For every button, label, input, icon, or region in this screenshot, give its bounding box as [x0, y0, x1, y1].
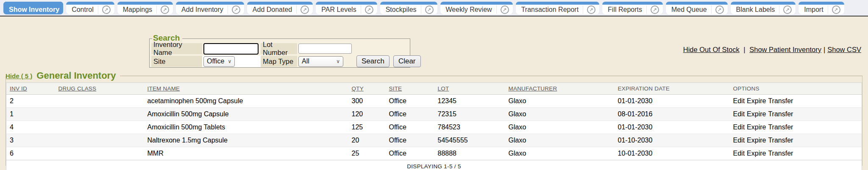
- cell-options: EditExpireTransfer: [730, 121, 862, 134]
- external-link-icon[interactable]: ↗: [228, 5, 240, 14]
- tab-label: Transaction Report: [521, 6, 579, 14]
- hide-out-of-stock-link[interactable]: Hide Out Of Stock: [683, 46, 740, 53]
- tab-blank-labels[interactable]: Blank Labels ↗: [731, 2, 796, 14]
- tab-label: Add Donated: [253, 6, 292, 14]
- tab-body: Add Inventory ↗: [176, 5, 244, 14]
- external-link-icon[interactable]: ↗: [156, 5, 169, 14]
- map-type-cell: All ∨: [297, 56, 354, 67]
- table-row: 1 Amoxicillin 500mg Capsule 120 Office 7…: [6, 108, 862, 121]
- cell-item-name: acetaminophen 500mg Capsule: [144, 95, 348, 108]
- tab-import[interactable]: Import ↗: [798, 2, 844, 14]
- cell-qty: 25: [348, 147, 386, 160]
- external-link-icon[interactable]: ↗: [496, 5, 509, 14]
- transfer-link[interactable]: Transfer: [768, 150, 793, 157]
- map-type-select[interactable]: All ∨: [298, 56, 343, 67]
- edit-link[interactable]: Edit: [733, 150, 745, 157]
- cell-site: Office: [386, 121, 434, 134]
- search-button[interactable]: Search: [356, 55, 389, 67]
- transfer-link[interactable]: Transfer: [768, 97, 793, 104]
- tab-med-queue[interactable]: Med Queue ↗: [666, 2, 728, 14]
- edit-link[interactable]: Edit: [733, 123, 745, 131]
- tab-mappings[interactable]: Mappings ↗: [117, 2, 173, 14]
- external-link-icon[interactable]: ↗: [98, 5, 111, 14]
- cell-drug-class: [55, 121, 144, 134]
- site-select[interactable]: Office ∨: [203, 56, 235, 67]
- lot-number-cell: [297, 43, 354, 54]
- transfer-link[interactable]: Transfer: [768, 110, 793, 118]
- tab-body: Fill Reports ↗: [602, 5, 663, 14]
- cell-options: EditExpireTransfer: [730, 147, 862, 160]
- tab-body: Show Inventory: [3, 5, 63, 14]
- cell-expiration-date: 01-01-2030: [615, 121, 730, 134]
- cell-expiration-date: 01-10-2030: [615, 134, 730, 147]
- cell-site: Office: [386, 108, 434, 121]
- lot-number-input[interactable]: [298, 44, 352, 54]
- edit-link[interactable]: Edit: [733, 137, 745, 144]
- tab-control[interactable]: Control ↗: [66, 2, 114, 14]
- column-header-drug-class[interactable]: DRUG CLASS: [55, 83, 144, 95]
- table-row: 3 Naltrexone 1.5mg Capsule 20 Office 545…: [6, 134, 862, 147]
- expire-link[interactable]: Expire: [747, 150, 766, 157]
- cell-expiration-date: 10-01-2030: [615, 147, 730, 160]
- tab-body: Blank Labels ↗: [731, 5, 796, 14]
- tab-add-inventory[interactable]: Add Inventory ↗: [176, 2, 244, 14]
- table-footer-row: DISPLAYING 1-5 / 5: [6, 160, 862, 170]
- cell-item-name: MMR: [144, 147, 348, 160]
- tab-body: Import ↗: [798, 5, 844, 14]
- spacer-cell: [354, 43, 421, 54]
- cell-manufacturer: Glaxo: [505, 121, 615, 134]
- expire-link[interactable]: Expire: [747, 123, 766, 131]
- column-header-expiration-date: EXPIRATION DATE: [615, 83, 730, 95]
- inventory-app: Show Inventory Control ↗ Mappings ↗ Add …: [0, 0, 868, 170]
- external-link-icon[interactable]: ↗: [828, 5, 840, 14]
- tab-show-inventory[interactable]: Show Inventory: [3, 2, 63, 14]
- external-link-icon[interactable]: ↗: [361, 5, 373, 14]
- edit-link[interactable]: Edit: [733, 97, 745, 104]
- expire-link[interactable]: Expire: [747, 97, 766, 104]
- tab-fill-reports[interactable]: Fill Reports ↗: [602, 2, 663, 14]
- tab-par-levels[interactable]: PAR Levels ↗: [316, 2, 377, 14]
- cell-qty: 125: [348, 121, 386, 134]
- cell-site: Office: [386, 134, 434, 147]
- external-link-icon[interactable]: ↗: [646, 5, 659, 14]
- cell-drug-class: [55, 147, 144, 160]
- transfer-link[interactable]: Transfer: [768, 123, 793, 131]
- column-header-item-name[interactable]: ITEM NAME: [144, 83, 348, 95]
- clear-button[interactable]: Clear: [393, 55, 421, 67]
- external-link-icon[interactable]: ↗: [711, 5, 724, 14]
- transfer-link[interactable]: Transfer: [768, 137, 793, 144]
- link-separator: |: [821, 46, 827, 53]
- column-header-site[interactable]: SITE: [386, 83, 434, 95]
- site-select-value: Office: [207, 58, 225, 65]
- tab-label: Import: [804, 6, 823, 14]
- column-header-lot[interactable]: LOT: [434, 83, 505, 95]
- tab-add-donated[interactable]: Add Donated ↗: [247, 2, 313, 14]
- cell-lot: 54545555: [434, 134, 505, 147]
- tab-body: Weekly Review ↗: [440, 5, 513, 14]
- cell-drug-class: [55, 95, 144, 108]
- external-link-icon[interactable]: ↗: [296, 5, 309, 14]
- show-csv-link[interactable]: Show CSV: [827, 46, 861, 53]
- cell-inv-id: 6: [6, 147, 55, 160]
- tab-weekly-review[interactable]: Weekly Review ↗: [440, 2, 513, 14]
- tab-transaction-report[interactable]: Transaction Report ↗: [516, 2, 599, 14]
- show-patient-inventory-link[interactable]: Show Patient Inventory: [749, 46, 821, 53]
- cell-item-name: Amoxicillin 500mg Capsule: [144, 108, 348, 121]
- external-link-icon[interactable]: ↗: [421, 5, 434, 14]
- cell-lot: 12345: [434, 95, 505, 108]
- external-link-icon[interactable]: ↗: [583, 5, 595, 14]
- inventory-table: INV ID DRUG CLASS ITEM NAME QTY SITE LOT…: [6, 82, 862, 170]
- expire-link[interactable]: Expire: [747, 137, 766, 144]
- table-row: 4 Amoxicillin 500mg Tablets 125 Office 7…: [6, 121, 862, 134]
- cell-manufacturer: Glaxo: [505, 95, 615, 108]
- column-header-manufacturer[interactable]: MANUFACTURER: [505, 83, 615, 95]
- external-link-icon[interactable]: ↗: [779, 5, 792, 14]
- cell-item-name: Amoxicillin 500mg Tablets: [144, 121, 348, 134]
- tab-body: Control ↗: [66, 5, 114, 14]
- edit-link[interactable]: Edit: [733, 110, 745, 118]
- column-header-inv-id[interactable]: INV ID: [6, 83, 55, 95]
- tab-stockpiles[interactable]: Stockpiles ↗: [380, 2, 437, 14]
- inventory-name-input[interactable]: [203, 43, 259, 55]
- column-header-qty[interactable]: QTY: [348, 83, 386, 95]
- expire-link[interactable]: Expire: [747, 110, 766, 118]
